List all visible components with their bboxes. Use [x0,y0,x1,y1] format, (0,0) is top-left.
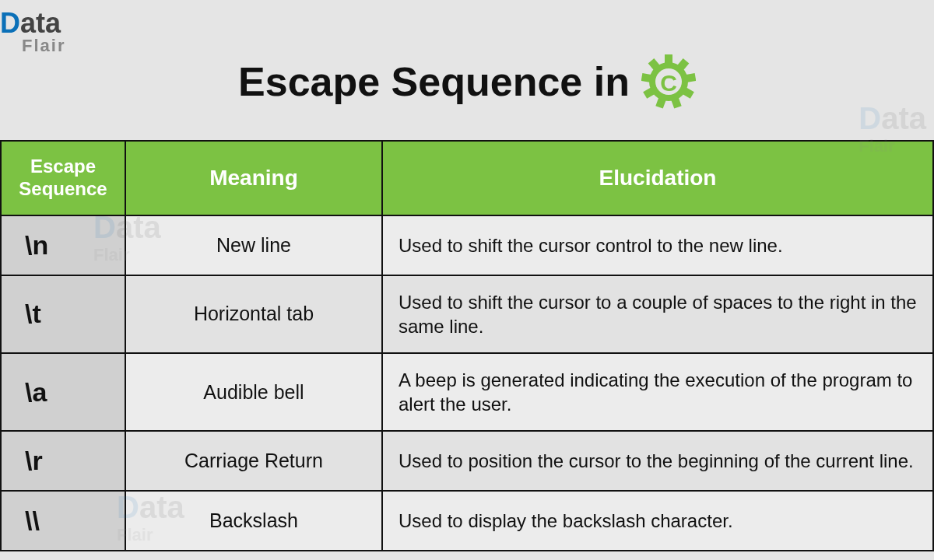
cell-elucidation: Used to shift the cursor to a couple of … [382,275,933,353]
cell-elucidation: Used to display the backslash character. [382,491,933,551]
brand-logo: Data Flair [0,9,65,54]
cell-meaning: Backslash [125,491,382,551]
table-header-row: Escape Sequence Meaning Elucidation [1,141,933,215]
table-row: \r Carriage Return Used to position the … [1,431,933,491]
cell-seq: \t [1,275,125,353]
header-meaning: Meaning [125,141,382,215]
header-elucidation: Elucidation [382,141,933,215]
title-text: Escape Sequence in [238,58,630,105]
cell-elucidation: Used to shift the cursor control to the … [382,215,933,275]
table-row: \\ Backslash Used to display the backsla… [1,491,933,551]
svg-text:C: C [660,70,677,96]
logo-letter: D [0,7,20,39]
cell-meaning: Carriage Return [125,431,382,491]
cell-seq: \\ [1,491,125,551]
cell-seq: \r [1,431,125,491]
table-row: \a Audible bell A beep is generated indi… [1,353,933,431]
logo-sub: Flair [0,37,65,54]
cell-seq: \a [1,353,125,431]
logo-rest: ata [20,7,61,39]
cell-elucidation: Used to position the cursor to the begin… [382,431,933,491]
cell-meaning: New line [125,215,382,275]
table-row: \t Horizontal tab Used to shift the curs… [1,275,933,353]
escape-sequence-table: Escape Sequence Meaning Elucidation \n N… [0,140,934,551]
header-escape-sequence: Escape Sequence [1,141,125,215]
page-title-wrap: Escape Sequence in [0,0,934,140]
cell-meaning: Horizontal tab [125,275,382,353]
page-title: Escape Sequence in [238,54,696,109]
c-gear-icon: C [641,54,696,109]
cell-meaning: Audible bell [125,353,382,431]
cell-elucidation: A beep is generated indicating the execu… [382,353,933,431]
table-row: \n New line Used to shift the cursor con… [1,215,933,275]
cell-seq: \n [1,215,125,275]
